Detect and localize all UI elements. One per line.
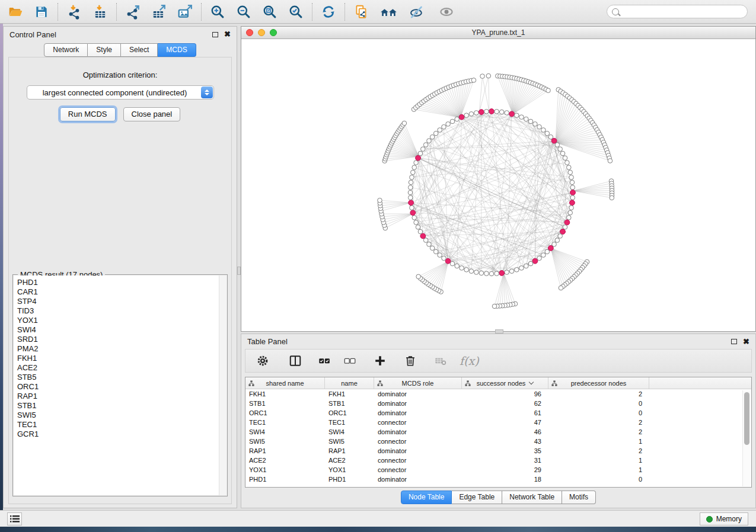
- cell-mcds-role[interactable]: dominator: [374, 428, 462, 435]
- cell-shared-name[interactable]: FKH1: [245, 390, 325, 398]
- cell-predecessor-nodes[interactable]: 2: [548, 390, 649, 398]
- cell-successor-nodes[interactable]: 35: [462, 447, 548, 454]
- cell-predecessor-nodes[interactable]: 0: [548, 400, 649, 407]
- mcds-list-scrollbar[interactable]: [219, 275, 227, 495]
- cell-shared-name[interactable]: ORC1: [245, 409, 325, 416]
- cell-successor-nodes[interactable]: 31: [462, 457, 548, 464]
- cell-predecessor-nodes[interactable]: 1: [548, 466, 649, 473]
- zoom-fit-icon[interactable]: [261, 4, 278, 20]
- cell-name[interactable]: SWI4: [325, 428, 374, 435]
- cell-name[interactable]: SWI5: [325, 438, 374, 445]
- column-header-name[interactable]: name: [325, 377, 374, 389]
- mcds-result-item[interactable]: STP4: [17, 297, 227, 306]
- cell-shared-name[interactable]: SWI4: [245, 428, 325, 435]
- cell-successor-nodes[interactable]: 96: [462, 390, 548, 398]
- cell-successor-nodes[interactable]: 43: [462, 438, 548, 445]
- mcds-result-item[interactable]: PMA2: [17, 344, 227, 354]
- mcds-result-item[interactable]: YOX1: [17, 316, 227, 325]
- close-panel-button[interactable]: Close panel: [123, 107, 181, 121]
- cell-mcds-role[interactable]: dominator: [374, 447, 462, 454]
- cell-predecessor-nodes[interactable]: 2: [548, 428, 649, 435]
- cell-name[interactable]: FKH1: [325, 390, 374, 398]
- zoom-out-icon[interactable]: [235, 4, 252, 20]
- mcds-result-list[interactable]: PHD1CAR1STP4TID3YOX1SWI4SRD1PMA2FKH1ACE2…: [14, 275, 227, 495]
- cell-name[interactable]: PHD1: [325, 476, 374, 483]
- cell-predecessor-nodes[interactable]: 1: [548, 457, 649, 464]
- show-all-icon[interactable]: [438, 4, 455, 20]
- select-all-icon[interactable]: [318, 354, 331, 367]
- cell-name[interactable]: ORC1: [325, 409, 374, 416]
- table-row[interactable]: FKH1FKH1dominator962: [245, 389, 751, 399]
- cell-predecessor-nodes[interactable]: 2: [548, 447, 649, 454]
- horizontal-splitter-grip[interactable]: [495, 329, 503, 334]
- refresh-icon[interactable]: [320, 4, 337, 20]
- cell-mcds-role[interactable]: connector: [374, 438, 462, 445]
- cell-successor-nodes[interactable]: 61: [462, 409, 548, 416]
- cell-mcds-role[interactable]: dominator: [374, 390, 462, 398]
- table-scrollbar[interactable]: [742, 390, 751, 486]
- mcds-result-item[interactable]: SRD1: [17, 335, 227, 344]
- export-network-icon[interactable]: [125, 4, 141, 20]
- vertical-splitter-grip[interactable]: [237, 267, 241, 275]
- table-settings-gear-icon[interactable]: [256, 354, 269, 367]
- search-field[interactable]: [622, 8, 742, 16]
- tab-style[interactable]: Style: [88, 43, 121, 57]
- column-header-shared-name[interactable]: shared name: [245, 377, 325, 389]
- cell-mcds-role[interactable]: connector: [374, 457, 462, 464]
- tab-network-table[interactable]: Network Table: [502, 491, 562, 504]
- float-panel-icon[interactable]: [212, 32, 218, 37]
- memory-button[interactable]: Memory: [700, 512, 748, 525]
- cell-shared-name[interactable]: YOX1: [245, 466, 325, 473]
- cell-predecessor-nodes[interactable]: 1: [548, 438, 649, 445]
- duplicate-network-icon[interactable]: [353, 4, 369, 20]
- open-folder-icon[interactable]: [7, 4, 24, 20]
- save-icon[interactable]: [33, 4, 50, 20]
- mcds-result-item[interactable]: STB5: [17, 373, 227, 382]
- cell-shared-name[interactable]: TEC1: [245, 419, 325, 426]
- mcds-result-item[interactable]: ORC1: [17, 382, 227, 392]
- export-table-icon[interactable]: [151, 4, 167, 20]
- cell-name[interactable]: RAP1: [325, 447, 374, 454]
- tab-node-table[interactable]: Node Table: [401, 491, 452, 504]
- table-row[interactable]: ACE2ACE2connector311: [245, 456, 751, 465]
- mcds-result-item[interactable]: CAR1: [17, 287, 227, 297]
- run-mcds-button[interactable]: Run MCDS: [60, 107, 116, 121]
- network-window-titlebar[interactable]: YPA_prune.txt_1: [241, 27, 755, 39]
- column-view-icon[interactable]: [289, 354, 302, 367]
- add-column-icon[interactable]: [374, 354, 387, 367]
- table-row[interactable]: YOX1YOX1connector291: [245, 465, 751, 475]
- mcds-result-item[interactable]: SWI5: [17, 411, 227, 420]
- tab-network[interactable]: Network: [44, 43, 88, 57]
- cell-successor-nodes[interactable]: 62: [462, 400, 548, 407]
- cell-mcds-role[interactable]: dominator: [374, 476, 462, 483]
- table-scrollbar-thumb[interactable]: [744, 392, 749, 445]
- cell-shared-name[interactable]: PHD1: [245, 476, 325, 483]
- zoom-in-icon[interactable]: [209, 4, 226, 20]
- float-table-panel-icon[interactable]: [731, 339, 737, 344]
- mcds-result-item[interactable]: FKH1: [17, 354, 227, 363]
- cell-mcds-role[interactable]: connector: [374, 466, 462, 473]
- import-table-icon[interactable]: [92, 4, 109, 20]
- first-neighbors-icon[interactable]: [379, 4, 399, 20]
- table-row[interactable]: PHD1PHD1dominator180: [245, 475, 751, 484]
- cell-predecessor-nodes[interactable]: 2: [548, 419, 649, 426]
- table-row[interactable]: SWI5SWI5connector431: [245, 437, 751, 446]
- mcds-result-item[interactable]: SWI4: [17, 325, 227, 335]
- tab-mcds[interactable]: MCDS: [158, 43, 196, 57]
- column-header-successor-nodes[interactable]: successor nodes: [462, 377, 548, 389]
- close-table-panel-icon[interactable]: ✖: [743, 339, 749, 345]
- cell-name[interactable]: TEC1: [325, 419, 374, 426]
- table-row[interactable]: ORC1ORC1dominator610: [245, 408, 751, 418]
- deselect-all-icon[interactable]: [343, 354, 356, 367]
- cell-shared-name[interactable]: RAP1: [245, 447, 325, 454]
- cell-mcds-role[interactable]: dominator: [374, 400, 462, 407]
- mcds-result-item[interactable]: STB1: [17, 401, 227, 411]
- column-header-predecessor-nodes[interactable]: predecessor nodes: [548, 377, 649, 389]
- mcds-result-item[interactable]: PHD1: [17, 278, 227, 287]
- cell-mcds-role[interactable]: dominator: [374, 409, 462, 416]
- mcds-result-item[interactable]: RAP1: [17, 392, 227, 401]
- tab-select[interactable]: Select: [121, 43, 158, 57]
- search-input[interactable]: [607, 5, 748, 18]
- cell-name[interactable]: ACE2: [325, 457, 374, 464]
- table-row[interactable]: SWI4SWI4dominator462: [245, 427, 751, 437]
